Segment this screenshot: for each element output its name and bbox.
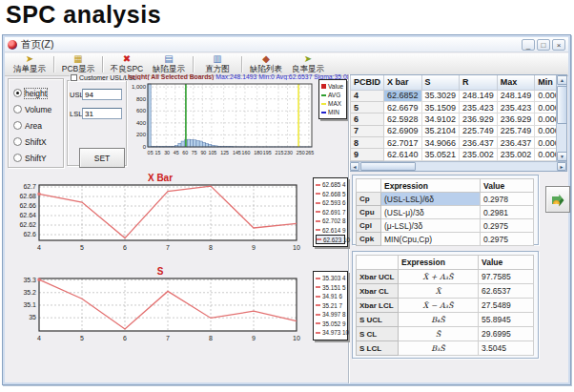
expr-value[interactable]: 3.5045	[479, 341, 534, 356]
pcb-cell[interactable]: 236.437	[460, 137, 498, 149]
legend-entry[interactable]: 62.668 5	[316, 190, 345, 199]
scroll-right-icon[interactable]: ►	[557, 162, 566, 171]
pcb-cell[interactable]: 62.6679	[384, 101, 422, 113]
radio-shiftx[interactable]: ShiftX	[13, 134, 63, 150]
scroll-left-icon[interactable]: ◄	[350, 162, 359, 171]
expr-row-name[interactable]: Cpl	[357, 219, 381, 233]
expr-formula[interactable]: B₄S̄	[399, 313, 479, 327]
expr-row-name[interactable]: Xbar UCL	[357, 270, 399, 284]
restore-button[interactable]: □	[537, 39, 550, 51]
pcb-cell[interactable]: 235.423	[460, 101, 498, 113]
expr-formula[interactable]: B₃S̄	[399, 341, 479, 356]
pcb-cell[interactable]: 34.9066	[421, 137, 460, 149]
pcb-cell[interactable]: 235.423	[497, 101, 535, 113]
expr-row-name[interactable]: Xbar CL	[357, 284, 399, 299]
pcb-header-s[interactable]: S	[421, 75, 460, 90]
usl-input[interactable]	[82, 89, 122, 100]
expr-formula[interactable]: S̄	[399, 327, 479, 341]
expr-formula[interactable]: (USL-LSL)/6δ	[381, 193, 481, 206]
pcb-cell[interactable]: 236.929	[460, 113, 498, 125]
expr-row-name[interactable]: S CL	[357, 327, 399, 341]
radio-icon[interactable]	[13, 89, 22, 97]
pcb-cell[interactable]: 62.6852	[384, 90, 422, 101]
pcb-header-pcbid[interactable]: PCBID	[351, 75, 384, 90]
expr-formula[interactable]: (μ-LSL)/3δ	[381, 219, 481, 233]
expr-formula[interactable]: MIN(Cpu,Cp)	[381, 233, 481, 246]
pcb-cell[interactable]: 35.2104	[421, 125, 460, 136]
radio-icon[interactable]	[13, 137, 22, 146]
toolbar-button-7[interactable]: ➤良率显示	[287, 53, 329, 75]
legend-entry[interactable]: 62.593 6	[316, 198, 345, 208]
pcb-header-r[interactable]: R	[460, 75, 498, 90]
expr-value[interactable]: 55.8945	[479, 313, 534, 327]
pcb-cell[interactable]: 0.0000	[535, 149, 556, 160]
toolbar-button-1[interactable]: ➤清单显示	[9, 53, 51, 75]
pcb-cell[interactable]: 35.1509	[421, 101, 460, 113]
pcb-cell[interactable]: 236.437	[497, 137, 535, 149]
expr-row-name[interactable]: S LCL	[357, 341, 399, 356]
pcb-cell[interactable]: 35.3029	[421, 90, 460, 101]
pcb-header-min[interactable]: Min	[535, 75, 556, 90]
expr-value[interactable]: 0.2978	[481, 193, 534, 206]
toolbar-button-4[interactable]: ▤缺陷显示	[148, 53, 190, 75]
pcb-header-max[interactable]: Max	[497, 75, 535, 90]
pcb-cell[interactable]: 7	[351, 125, 384, 136]
expr-formula[interactable]: X̄ + A₃S̄	[399, 270, 479, 284]
pcb-cell[interactable]: 0.0000	[535, 90, 556, 101]
lsl-input[interactable]	[82, 108, 122, 119]
radio-volume[interactable]: Volume	[13, 101, 63, 117]
expr-value[interactable]: 0.2975	[481, 219, 534, 233]
pcb-cell[interactable]: 9	[351, 149, 384, 160]
toolbar-button-2[interactable]: ▦PCB显示	[57, 53, 99, 75]
radio-icon[interactable]	[13, 121, 22, 130]
expr-value[interactable]: 97.7585	[479, 270, 534, 284]
pcb-cell[interactable]: 235.002	[497, 149, 535, 160]
set-button[interactable]: SET	[79, 148, 125, 168]
pcb-header-x-bar[interactable]: X bar	[384, 75, 422, 90]
pcb-cell[interactable]: 62.6909	[384, 125, 422, 136]
pcb-cell[interactable]: 236.929	[497, 113, 535, 125]
radio-shifty[interactable]: ShiftY	[13, 150, 63, 166]
expr-value[interactable]: 27.5489	[479, 299, 534, 313]
legend-entry[interactable]: 35.303 4	[316, 274, 345, 283]
expr-value[interactable]: 29.6995	[479, 327, 534, 341]
minimize-button[interactable]: _	[522, 39, 535, 51]
vertical-scroll-thumb[interactable]	[557, 86, 567, 124]
expr-value[interactable]: 0.2975	[481, 233, 534, 246]
scroll-down-icon[interactable]: ▼	[557, 152, 567, 161]
toolbar-button-6[interactable]: ◆缺陷列表	[245, 53, 287, 75]
legend-entry[interactable]: 62.691 7	[316, 208, 345, 217]
vertical-scrollbar[interactable]: ▲ ▼	[556, 75, 566, 161]
pcb-cell[interactable]: 248.149	[497, 90, 535, 101]
checkbox-icon[interactable]	[71, 74, 77, 81]
expr-row-name[interactable]: Xbar LCL	[357, 299, 399, 313]
expr-row-name[interactable]: S UCL	[357, 313, 399, 327]
radio-area[interactable]: Area	[13, 117, 63, 134]
pcb-cell[interactable]: 62.6140	[384, 149, 422, 160]
expr-formula[interactable]: X̄ − A₃S̄	[399, 299, 479, 313]
close-button[interactable]: ×	[552, 39, 565, 51]
expr-value[interactable]: 0.2981	[481, 206, 534, 219]
pcb-cell[interactable]: 248.149	[460, 90, 498, 101]
expr-value[interactable]: 62.6537	[479, 284, 534, 299]
pcb-cell[interactable]: 0.0000	[535, 113, 556, 125]
legend-entry[interactable]: 62.702 8	[316, 217, 345, 226]
legend-entry[interactable]: 62.614 9	[316, 226, 345, 236]
legend-entry[interactable]: 34.91 6	[316, 292, 345, 301]
pcb-cell[interactable]: 62.5928	[384, 113, 422, 125]
menu-home[interactable]: 首页(Z)	[21, 38, 53, 52]
toolbar-button-3[interactable]: ✖不良SPC	[106, 53, 148, 75]
legend-entry[interactable]: 35.052 9	[316, 320, 345, 329]
pcb-cell[interactable]: 8	[351, 137, 384, 149]
expr-formula[interactable]: X̄	[399, 284, 479, 299]
pcb-cell[interactable]: 0.0000	[535, 137, 556, 149]
export-button[interactable]	[545, 186, 570, 213]
legend-entry[interactable]: 62.685 4	[316, 180, 345, 190]
radio-icon[interactable]	[13, 105, 22, 113]
radio-icon[interactable]	[13, 154, 22, 162]
legend-entry[interactable]: 34.973 10	[316, 328, 345, 338]
scroll-up-icon[interactable]: ▲	[557, 75, 567, 85]
pcb-cell[interactable]: 225.749	[460, 125, 498, 136]
expr-row-name[interactable]: Cpu	[357, 206, 381, 219]
pcb-cell[interactable]: 62.7017	[384, 137, 422, 149]
